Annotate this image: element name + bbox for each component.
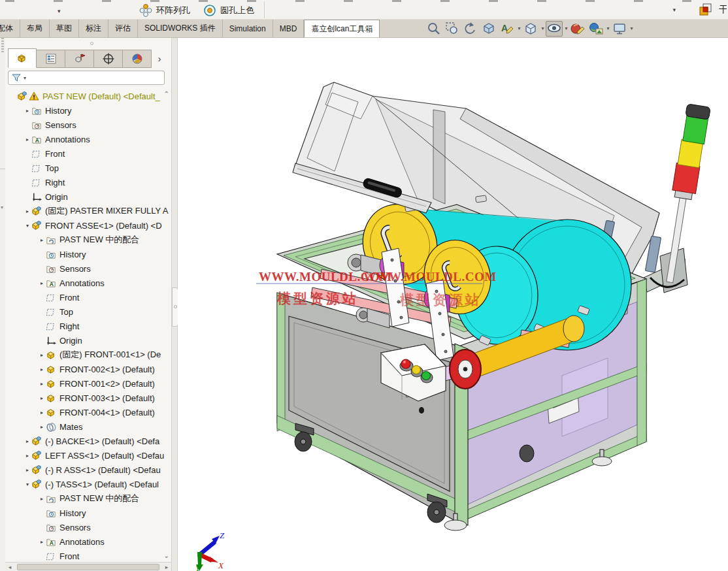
tree-item[interactable]: ▸FRONT-004<1> (Default) bbox=[5, 405, 171, 419]
tree-expander-icon[interactable]: ▸ bbox=[38, 367, 46, 372]
tree-item[interactable]: PAST NEW (Default) <Default_ bbox=[5, 89, 171, 103]
tree-horizontal-scrollbar[interactable]: ◂ ▸ bbox=[5, 562, 171, 571]
tree-expander-icon[interactable]: ▸ bbox=[38, 381, 46, 387]
tree-item[interactable]: Sensors bbox=[5, 118, 171, 132]
tree-expander-icon[interactable]: ▸ bbox=[24, 438, 31, 444]
tree-item[interactable]: ▸History bbox=[5, 103, 171, 118]
tree-item[interactable]: Origin bbox=[5, 333, 171, 348]
tree-item[interactable]: ▸FRONT-002<1> (Default) bbox=[5, 362, 171, 376]
view-settings-caret-icon[interactable]: ▾ bbox=[630, 25, 633, 31]
tree-expander-icon[interactable]: ▸ bbox=[38, 352, 46, 358]
tree-item[interactable]: History bbox=[5, 506, 171, 520]
tree-item[interactable]: Right bbox=[5, 175, 171, 189]
tree-item[interactable]: ▸PAST NEW 中的配合 bbox=[5, 233, 171, 247]
command-tab-4[interactable]: 标注 bbox=[79, 20, 108, 37]
panel-expand-arrow-icon[interactable]: › bbox=[152, 50, 167, 68]
tree-scroll-down-icon[interactable]: ⌄ bbox=[164, 552, 169, 559]
tree-item[interactable]: Origin bbox=[5, 189, 171, 204]
tree-expander-icon[interactable]: ▸ bbox=[38, 237, 46, 243]
tree-item[interactable]: Front bbox=[5, 146, 171, 161]
hide-show-icon[interactable] bbox=[546, 21, 563, 37]
tree-item[interactable]: ▾FRONT ASSE<1> (Default) <D bbox=[5, 218, 171, 233]
annotation-view-icon[interactable]: A bbox=[499, 21, 516, 37]
display-style-icon[interactable] bbox=[522, 21, 539, 37]
ribbon-right-caret-icon[interactable]: ▾ bbox=[672, 7, 676, 13]
tree-item[interactable]: ▸FRONT-001<2> (Default) bbox=[5, 376, 171, 391]
tree-item[interactable]: History bbox=[5, 247, 171, 261]
panel-grip-icon[interactable] bbox=[90, 42, 93, 45]
hscroll-left-icon[interactable]: ◂ bbox=[5, 564, 14, 570]
hscroll-thumb[interactable] bbox=[17, 564, 159, 570]
tree-item[interactable]: Sensors bbox=[5, 520, 171, 534]
collapsed-toolbar-caret-icon[interactable]: ▾ bbox=[1, 204, 3, 210]
tree-expander-icon[interactable]: ▸ bbox=[38, 410, 46, 416]
apply-scene-icon[interactable] bbox=[587, 21, 604, 37]
command-tab-6[interactable]: SOLIDWORKS 插件 bbox=[138, 20, 223, 37]
tree-item[interactable]: ▸(-) R ASS<1> (Default) <Defau bbox=[5, 463, 171, 477]
tree-item[interactable]: ▸AAnnotations bbox=[5, 132, 171, 146]
filter-caret-icon[interactable]: ▾ bbox=[24, 75, 26, 81]
tree-expander-icon[interactable]: ▸ bbox=[38, 280, 46, 286]
command-tab-8[interactable]: MBD bbox=[273, 20, 305, 37]
tree-expander-icon[interactable]: ▸ bbox=[38, 424, 46, 430]
tree-expander-icon[interactable]: ▸ bbox=[24, 467, 31, 473]
interference-check-icon[interactable] bbox=[698, 2, 714, 18]
tree-expander-icon[interactable]: ▸ bbox=[38, 496, 46, 502]
panel-tab-display-manager[interactable] bbox=[123, 50, 152, 68]
tree-item[interactable]: Sensors bbox=[5, 261, 171, 276]
panel-tab-property-manager[interactable] bbox=[37, 50, 65, 68]
panel-tab-configuration-manager[interactable] bbox=[65, 50, 94, 68]
section-view-icon[interactable] bbox=[480, 21, 497, 37]
zoom-area-icon[interactable] bbox=[444, 21, 461, 37]
hide-show-caret-icon[interactable]: ▾ bbox=[565, 25, 567, 31]
tree-item[interactable]: ▸(-) BACKE<1> (Default) <Defa bbox=[5, 434, 171, 448]
command-tab-2[interactable]: 布局 bbox=[20, 20, 50, 37]
command-tab-7[interactable]: Simulation bbox=[223, 20, 273, 37]
tree-filter-input[interactable]: ▾ bbox=[8, 71, 165, 85]
command-tab-1[interactable]: 配体 bbox=[0, 20, 20, 37]
command-tab-9[interactable]: 嘉立创lcan工具箱 bbox=[304, 20, 380, 37]
tree-item[interactable]: Front bbox=[5, 549, 171, 563]
apply-scene-caret-icon[interactable]: ▾ bbox=[606, 25, 609, 31]
tree-item[interactable]: ▸FRONT-003<1> (Default) bbox=[5, 391, 171, 405]
tree-item-label: History bbox=[45, 106, 71, 116]
tree-item[interactable]: Right bbox=[5, 319, 171, 333]
tree-item[interactable]: Top bbox=[5, 304, 171, 319]
panel-tab-dimxpert-manager[interactable] bbox=[94, 50, 123, 68]
tree-item[interactable]: ▸PAST NEW 中的配合 bbox=[5, 491, 171, 506]
annotation-view-caret-icon[interactable]: ▾ bbox=[518, 25, 520, 31]
command-tab-3[interactable]: 草图 bbox=[50, 20, 79, 37]
tree-expander-icon[interactable]: ▾ bbox=[24, 481, 31, 487]
tree-expander-icon[interactable]: ▸ bbox=[38, 395, 46, 401]
view-settings-icon[interactable] bbox=[611, 21, 628, 37]
tree-item[interactable]: ▸(固定) PASTER MIXER FULLY A bbox=[5, 204, 171, 218]
tree-expander-icon[interactable]: ▸ bbox=[24, 208, 31, 214]
tree-scroll-up-icon[interactable]: ⌃ bbox=[164, 90, 169, 97]
tree-item[interactable]: ▸AAnnotations bbox=[5, 276, 171, 290]
tree-expander-icon[interactable]: ▸ bbox=[38, 539, 46, 545]
panel-splitter[interactable] bbox=[171, 38, 178, 571]
tree-item[interactable]: ▸AAnnotations bbox=[5, 534, 171, 549]
zoom-fit-icon[interactable] bbox=[425, 21, 442, 37]
hscroll-right-icon[interactable]: ▸ bbox=[162, 564, 171, 570]
tree-item[interactable]: ▾(-) TASS<1> (Default) <Defaul bbox=[5, 477, 171, 491]
command-tab-5[interactable]: 评估 bbox=[108, 20, 138, 37]
display-style-caret-icon[interactable]: ▾ bbox=[541, 25, 544, 31]
circle-hole-color-button[interactable]: 圆孔上色 bbox=[199, 2, 258, 18]
tree-item[interactable]: Front bbox=[5, 290, 171, 304]
graphics-viewport[interactable]: WWW.MOULDL.COM WWW.MOULDL.COM 模型资源站 模型资源… bbox=[178, 38, 728, 571]
flyout-caret-icon[interactable]: ▾ bbox=[58, 8, 61, 14]
tree-item[interactable]: ▸LEFT ASS<1> (Default) <Defau bbox=[5, 448, 171, 463]
ring-pattern-holes-button[interactable]: 环阵列孔 bbox=[135, 2, 194, 18]
tree-item[interactable]: ▸Mates bbox=[5, 419, 171, 434]
tree-expander-icon[interactable]: ▸ bbox=[24, 453, 31, 459]
tree-expander-icon[interactable]: ▾ bbox=[24, 223, 31, 229]
toolbar-drag-handle[interactable] bbox=[1, 38, 4, 52]
tree-item[interactable]: Top bbox=[5, 161, 171, 175]
tree-expander-icon[interactable]: ▸ bbox=[24, 137, 31, 142]
edit-appearance-icon[interactable] bbox=[569, 21, 586, 37]
panel-tab-design-tree[interactable] bbox=[8, 48, 37, 68]
tree-expander-icon[interactable]: ▸ bbox=[24, 108, 31, 114]
previous-view-icon[interactable] bbox=[462, 21, 479, 37]
tree-item[interactable]: ▸(固定) FRONT-001<1> (De bbox=[5, 348, 171, 362]
